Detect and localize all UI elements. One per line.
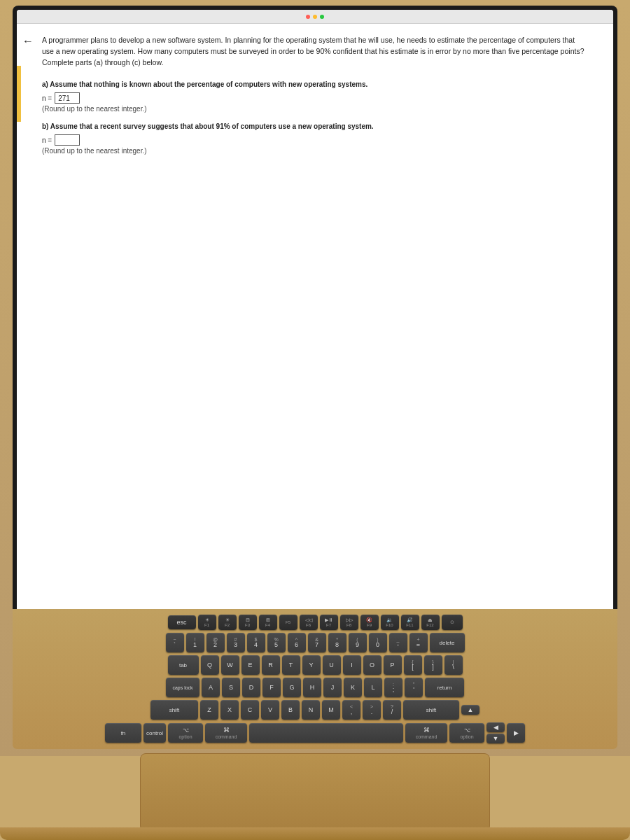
minimize-button[interactable] (313, 15, 317, 19)
key-z[interactable]: Z (200, 700, 218, 720)
key-comma[interactable]: <, (342, 700, 360, 720)
close-button[interactable] (306, 15, 310, 19)
key-equals[interactable]: += (410, 633, 428, 652)
key-slash[interactable]: ?/ (383, 700, 401, 720)
part-b-input[interactable] (55, 134, 80, 146)
key-period[interactable]: >. (363, 700, 381, 720)
key-i[interactable]: I (343, 655, 361, 675)
trackpad[interactable] (140, 753, 490, 832)
window-controls (306, 15, 324, 19)
arrow-keys: ◀ ▼ (486, 722, 505, 743)
key-shift-right[interactable]: shift (403, 700, 459, 720)
key-8[interactable]: *8 (328, 633, 346, 652)
part-b-prefix: n = (42, 136, 52, 144)
part-a-label: a) Assume that nothing is known about th… (42, 80, 599, 88)
key-x[interactable]: X (220, 700, 239, 720)
question-text: A programmer plans to develop a new soft… (42, 35, 599, 68)
key-k[interactable]: K (344, 678, 362, 697)
key-command-left[interactable]: ⌘ command (205, 723, 247, 743)
key-close-bracket[interactable]: }] (424, 655, 442, 675)
key-f[interactable]: F (262, 678, 281, 697)
key-option-left[interactable]: ⌥ option (168, 723, 203, 743)
key-touch-id[interactable]: ⊙ (442, 615, 463, 630)
key-minus[interactable]: _- (389, 633, 407, 652)
part-a-note: (Round up to the nearest integer.) (42, 105, 599, 113)
key-esc[interactable]: esc (168, 615, 196, 629)
key-backtick[interactable]: ~` (166, 633, 184, 652)
qwerty-row: tab Q W E R T Y U I O P {[ }] |\ (21, 655, 609, 675)
key-2[interactable]: @2 (206, 633, 225, 652)
key-backslash[interactable]: |\ (444, 655, 463, 675)
key-9[interactable]: (9 (349, 633, 367, 652)
key-n[interactable]: N (302, 700, 320, 720)
key-delete[interactable]: delete (430, 633, 465, 652)
key-1[interactable]: !1 (186, 633, 204, 652)
key-arrow-up[interactable]: ▲ (461, 705, 479, 715)
number-key-row: ~` !1 @2 #3 $4 %5 ^6 &7 *8 (9 )0 _- += d… (21, 633, 609, 652)
key-option-right[interactable]: ⌥ option (449, 723, 484, 743)
option-left-label: option (178, 734, 192, 739)
key-command-right[interactable]: ⌘ command (405, 723, 447, 743)
key-s[interactable]: S (222, 678, 240, 697)
key-fn[interactable]: fn (105, 723, 141, 743)
key-y[interactable]: Y (302, 655, 321, 675)
part-a-input[interactable]: 271 (55, 92, 80, 104)
key-r[interactable]: R (262, 655, 280, 675)
key-5[interactable]: %5 (267, 633, 286, 652)
key-f10[interactable]: 🔉F10 (381, 615, 399, 630)
laptop-bottom-chin (0, 827, 630, 840)
key-ctrl[interactable]: control (144, 723, 166, 743)
key-f4[interactable]: ⊞F4 (259, 615, 277, 630)
key-w[interactable]: W (221, 655, 239, 675)
key-f8[interactable]: ▷▷F8 (340, 615, 358, 630)
key-j[interactable]: J (323, 678, 342, 697)
key-f5[interactable]: F5 (279, 615, 298, 630)
key-4[interactable]: $4 (247, 633, 265, 652)
part-a-answer-row: n = 271 (42, 92, 599, 104)
key-u[interactable]: U (323, 655, 341, 675)
key-f3[interactable]: ⊟F3 (239, 615, 257, 630)
key-quote[interactable]: "' (405, 678, 423, 697)
key-arrow-down[interactable]: ▼ (486, 734, 505, 743)
key-g[interactable]: G (283, 678, 301, 697)
key-7[interactable]: &7 (308, 633, 326, 652)
key-f1[interactable]: ☀F1 (198, 615, 216, 630)
key-v[interactable]: V (261, 700, 279, 720)
key-f9[interactable]: 🔇F9 (360, 615, 379, 630)
key-6[interactable]: ^6 (288, 633, 306, 652)
key-open-bracket[interactable]: {[ (404, 655, 422, 675)
key-b[interactable]: B (281, 700, 300, 720)
key-shift-left[interactable]: shift (150, 700, 198, 720)
maximize-button[interactable] (320, 15, 324, 19)
key-f11[interactable]: 🔊F11 (401, 615, 419, 630)
key-capslock[interactable]: caps lock (166, 678, 200, 697)
key-c[interactable]: C (241, 700, 259, 720)
key-0[interactable]: )0 (369, 633, 387, 652)
key-l[interactable]: L (364, 678, 382, 697)
key-h[interactable]: H (303, 678, 321, 697)
key-p[interactable]: P (384, 655, 402, 675)
key-t[interactable]: T (282, 655, 300, 675)
key-q[interactable]: Q (201, 655, 219, 675)
back-arrow-icon[interactable]: ← (22, 35, 34, 48)
key-o[interactable]: O (363, 655, 382, 675)
key-return[interactable]: return (425, 678, 464, 697)
key-a[interactable]: A (202, 678, 220, 697)
key-tab[interactable]: tab (168, 655, 199, 675)
key-m[interactable]: M (322, 700, 340, 720)
key-arrow-right[interactable]: ▶ (507, 723, 525, 743)
key-d[interactable]: D (242, 678, 260, 697)
command-left-label: command (216, 734, 237, 739)
command-right-label: command (416, 734, 438, 739)
key-space[interactable] (249, 723, 403, 743)
key-e[interactable]: E (241, 655, 260, 675)
key-f7[interactable]: ▶⏸F7 (320, 615, 338, 630)
key-semicolon[interactable]: :; (384, 678, 402, 697)
key-3[interactable]: #3 (227, 633, 245, 652)
key-f6[interactable]: ◁◁F6 (300, 615, 318, 630)
part-b-note: (Round up to the nearest integer.) (42, 147, 599, 155)
key-f2[interactable]: ☀F2 (218, 615, 237, 630)
key-f12[interactable]: ⏏F12 (421, 615, 440, 630)
keyboard-area: esc ☀F1 ☀F2 ⊟F3 ⊞F4 F5 ◁◁F6 ▶⏸F7 ▷▷F8 🔇F… (13, 609, 617, 749)
key-arrow-left[interactable]: ◀ (486, 722, 505, 732)
